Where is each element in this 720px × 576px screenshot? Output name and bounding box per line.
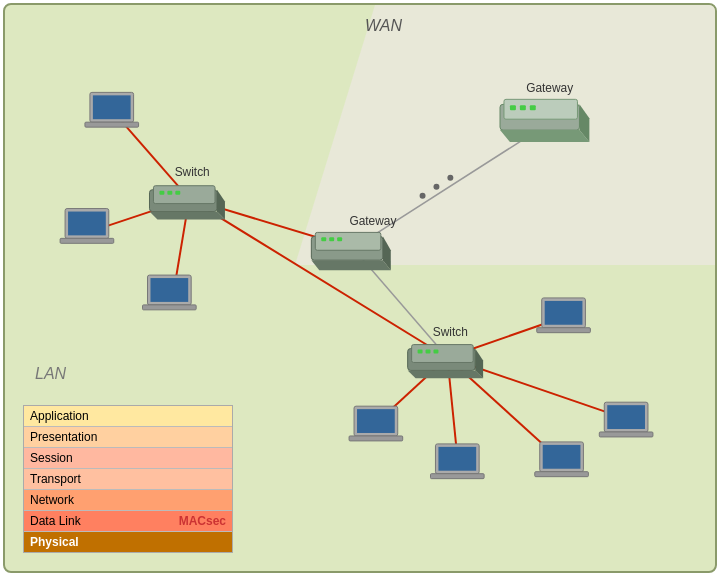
svg-rect-54 (349, 436, 403, 441)
gateway1-label: Gateway (349, 214, 396, 228)
svg-point-0 (420, 193, 426, 199)
svg-rect-51 (431, 474, 485, 479)
svg-rect-41 (545, 301, 583, 325)
osi-session-row: Session (24, 448, 232, 469)
laptop7 (431, 444, 485, 479)
svg-rect-7 (175, 191, 180, 195)
svg-marker-8 (149, 212, 224, 220)
osi-legend: Application Presentation Session Transpo… (23, 405, 233, 553)
osi-session-label: Session (30, 451, 226, 465)
svg-rect-28 (433, 350, 438, 354)
osi-datalink-row: Data Link MACsec (24, 511, 232, 532)
svg-rect-44 (607, 405, 645, 429)
svg-rect-33 (85, 122, 139, 127)
main-container: WAN LAN (3, 3, 717, 573)
osi-application-row: Application (24, 406, 232, 427)
svg-rect-42 (537, 328, 591, 333)
svg-rect-25 (412, 345, 474, 363)
svg-rect-6 (167, 191, 172, 195)
svg-rect-48 (535, 472, 589, 477)
osi-datalink-label: Data Link (30, 514, 179, 528)
svg-marker-29 (408, 370, 483, 378)
switch2-label: Switch (433, 325, 468, 339)
gateway2-device (500, 99, 589, 142)
svg-rect-45 (599, 432, 653, 437)
svg-rect-32 (93, 95, 131, 119)
svg-point-2 (447, 175, 453, 181)
switch2-device (408, 345, 483, 379)
osi-transport-label: Transport (30, 472, 226, 486)
laptop4 (537, 298, 591, 333)
svg-rect-14 (337, 237, 342, 241)
svg-rect-38 (150, 278, 188, 302)
svg-rect-35 (68, 212, 106, 236)
svg-rect-12 (321, 237, 326, 241)
svg-rect-5 (159, 191, 164, 195)
laptop5 (599, 402, 653, 437)
svg-rect-39 (143, 305, 197, 310)
svg-rect-47 (543, 445, 581, 469)
svg-rect-19 (510, 105, 516, 110)
svg-rect-36 (60, 238, 114, 243)
laptop2 (60, 209, 114, 244)
osi-presentation-label: Presentation (30, 430, 226, 444)
switch1-switch2-line (189, 199, 447, 358)
laptop6 (535, 442, 589, 477)
osi-network-row: Network (24, 490, 232, 511)
osi-network-label: Network (30, 493, 226, 507)
osi-transport-row: Transport (24, 469, 232, 490)
laptop1 (85, 92, 139, 127)
gateway1-device (311, 232, 390, 270)
svg-rect-26 (418, 350, 423, 354)
osi-datalink-extra: MACsec (179, 514, 226, 528)
laptop8 (349, 406, 403, 441)
osi-presentation-row: Presentation (24, 427, 232, 448)
osi-application-label: Application (30, 409, 226, 423)
svg-rect-21 (530, 105, 536, 110)
laptop3 (143, 275, 197, 310)
osi-physical-label: Physical (30, 535, 226, 549)
gateway2-label: Gateway (526, 81, 573, 95)
svg-rect-13 (329, 237, 334, 241)
svg-marker-22 (500, 130, 589, 142)
svg-rect-27 (426, 350, 431, 354)
svg-marker-15 (311, 260, 390, 270)
svg-rect-20 (520, 105, 526, 110)
switch1-device (149, 186, 224, 220)
svg-rect-50 (438, 447, 476, 471)
gateway-wan-line (353, 134, 532, 248)
switch1-label: Switch (175, 165, 210, 179)
svg-rect-53 (357, 409, 395, 433)
svg-point-1 (433, 184, 439, 190)
osi-physical-row: Physical (24, 532, 232, 552)
